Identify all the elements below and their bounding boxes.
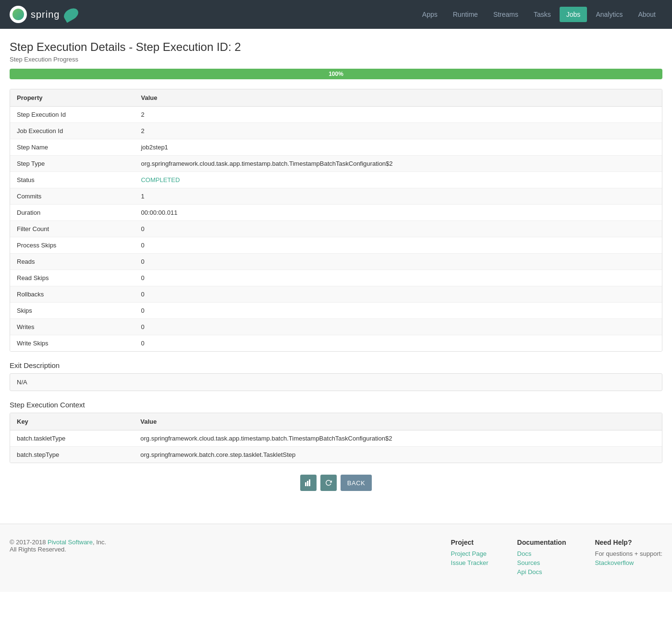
prop-name: Rollbacks	[10, 286, 134, 303]
prop-name: Step Execution Id	[10, 107, 134, 123]
project-heading: Project	[451, 539, 489, 546]
refresh-icon	[325, 479, 332, 486]
prop-name: Duration	[10, 205, 134, 221]
stackoverflow-link[interactable]: Stackoverflow	[595, 559, 662, 566]
prop-value: 0	[134, 254, 662, 270]
prop-name: Reads	[10, 254, 134, 270]
copyright-line: © 2017-2018 Pivotal Software, Inc.	[10, 539, 422, 546]
project-page-link[interactable]: Project Page	[451, 550, 489, 557]
prop-name: Filter Count	[10, 221, 134, 237]
navbar: spring AppsRuntimeStreamsTasksJobsAnalyt…	[0, 0, 672, 29]
nav-link-jobs[interactable]: Jobs	[560, 7, 587, 22]
prop-name: Write Skips	[10, 335, 134, 352]
context-table-container: Key Value batch.taskletTypeorg.springfra…	[10, 413, 662, 463]
table-row: Step Typeorg.springframework.cloud.task.…	[10, 156, 662, 172]
svg-rect-1	[307, 481, 308, 486]
action-buttons: BACK	[10, 475, 662, 491]
table-row: Duration00:00:00.011	[10, 205, 662, 221]
footer-docs: Documentation Docs Sources Api Docs	[517, 539, 566, 577]
table-row: Process Skips0	[10, 237, 662, 254]
context-header: Step Execution Context	[10, 401, 662, 409]
nav-link-streams[interactable]: Streams	[487, 7, 525, 22]
nav-logo: spring	[10, 6, 79, 23]
prop-name: Read Skips	[10, 270, 134, 286]
footer: © 2017-2018 Pivotal Software, Inc. All R…	[0, 524, 672, 592]
pivotal-link[interactable]: Pivotal Software	[48, 539, 93, 546]
table-row: Step Namejob2step1	[10, 139, 662, 156]
properties-table: Property Value Step Execution Id2Job Exe…	[10, 89, 662, 351]
prop-value: 0	[134, 286, 662, 303]
prop-value: COMPLETED	[134, 172, 662, 188]
prop-value: job2step1	[134, 139, 662, 156]
prop-value: 0	[134, 237, 662, 254]
exit-description-value: N/A	[10, 373, 662, 391]
table-row: Rollbacks0	[10, 286, 662, 303]
page-subtitle: Step Execution Progress	[10, 56, 662, 63]
table-row: Step Execution Id2	[10, 107, 662, 123]
table-row: Job Execution Id2	[10, 123, 662, 139]
nav-link-runtime[interactable]: Runtime	[446, 7, 485, 22]
brand-name: spring	[31, 9, 60, 20]
nav-link-tasks[interactable]: Tasks	[527, 7, 558, 22]
table-row: Commits1	[10, 188, 662, 205]
svg-rect-0	[305, 482, 306, 486]
docs-heading: Documentation	[517, 539, 566, 546]
exit-description-header: Exit Description	[10, 361, 662, 369]
chart-button[interactable]	[300, 475, 317, 491]
rights-line: All Rights Reserved.	[10, 546, 422, 553]
page-title: Step Execution Details - Step Execution …	[10, 40, 662, 54]
prop-name: Status	[10, 172, 134, 188]
table-row: StatusCOMPLETED	[10, 172, 662, 188]
issue-tracker-link[interactable]: Issue Tracker	[451, 559, 489, 566]
prop-value: 0	[134, 335, 662, 352]
prop-name: Skips	[10, 303, 134, 319]
svg-rect-2	[309, 479, 310, 486]
table-row: Write Skips0	[10, 335, 662, 352]
prop-value: 0	[134, 221, 662, 237]
table-row: Read Skips0	[10, 270, 662, 286]
prop-name: Writes	[10, 319, 134, 335]
table-row: batch.stepTypeorg.springframework.batch.…	[10, 447, 662, 463]
prop-name: Job Execution Id	[10, 123, 134, 139]
ctx-key: batch.stepType	[10, 447, 134, 463]
table-row: Writes0	[10, 319, 662, 335]
prop-value: 2	[134, 123, 662, 139]
api-docs-link[interactable]: Api Docs	[517, 568, 566, 576]
prop-value: 2	[134, 107, 662, 123]
table-row: Skips0	[10, 303, 662, 319]
table-row: Filter Count0	[10, 221, 662, 237]
ctx-value: org.springframework.batch.core.step.task…	[134, 447, 662, 463]
leaf-icon	[62, 6, 81, 23]
main-content: Step Execution Details - Step Execution …	[0, 29, 672, 514]
footer-help: Need Help? For questions + support: Stac…	[595, 539, 662, 568]
prop-value: org.springframework.cloud.task.app.times…	[134, 156, 662, 172]
help-text: For questions + support:	[595, 550, 662, 557]
nav-link-apps[interactable]: Apps	[415, 7, 444, 22]
progress-bar: 100%	[10, 69, 662, 79]
table-row: Reads0	[10, 254, 662, 270]
prop-value: 1	[134, 188, 662, 205]
docs-link[interactable]: Docs	[517, 550, 566, 557]
refresh-button[interactable]	[320, 475, 337, 491]
footer-project: Project Project Page Issue Tracker	[451, 539, 489, 568]
logo-icon	[12, 9, 24, 20]
context-table: Key Value batch.taskletTypeorg.springfra…	[10, 413, 662, 463]
nav-link-about[interactable]: About	[631, 7, 662, 22]
properties-table-container: Property Value Step Execution Id2Job Exe…	[10, 89, 662, 352]
table-row: batch.taskletTypeorg.springframework.clo…	[10, 430, 662, 447]
prop-col-value: Value	[134, 89, 662, 107]
ctx-value: org.springframework.cloud.task.app.times…	[134, 430, 662, 447]
footer-copyright: © 2017-2018 Pivotal Software, Inc. All R…	[10, 539, 422, 553]
footer-inner: © 2017-2018 Pivotal Software, Inc. All R…	[10, 539, 662, 577]
progress-label: 100%	[329, 71, 343, 77]
prop-name: Step Name	[10, 139, 134, 156]
ctx-col-value: Value	[134, 413, 662, 430]
logo-circle	[10, 6, 27, 23]
prop-value: 00:00:00.011	[134, 205, 662, 221]
help-heading: Need Help?	[595, 539, 662, 546]
sources-link[interactable]: Sources	[517, 559, 566, 566]
prop-value: 0	[134, 270, 662, 286]
ctx-col-key: Key	[10, 413, 134, 430]
back-button[interactable]: BACK	[341, 475, 372, 491]
nav-link-analytics[interactable]: Analytics	[589, 7, 629, 22]
